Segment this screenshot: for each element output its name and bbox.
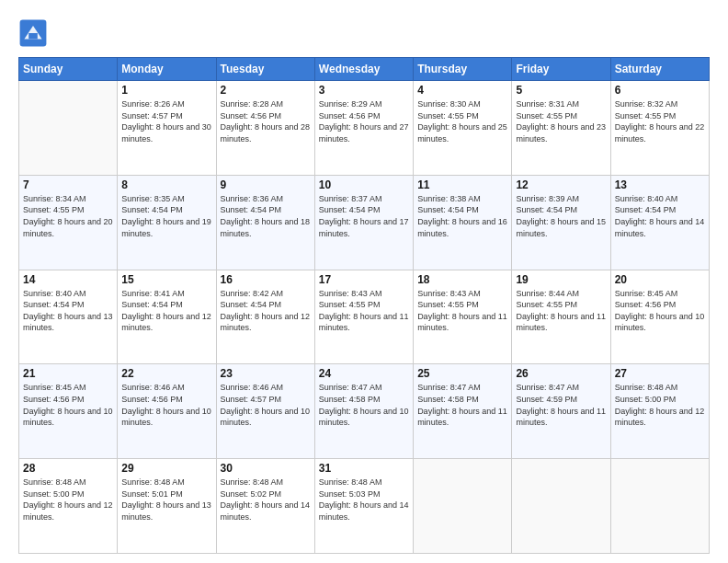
calendar-header-monday: Monday <box>118 58 216 81</box>
day-info: Sunrise: 8:43 AMSunset: 4:55 PMDaylight:… <box>417 288 507 334</box>
day-number: 4 <box>417 84 507 97</box>
day-info: Sunrise: 8:40 AMSunset: 4:54 PMDaylight:… <box>23 288 113 334</box>
day-number: 20 <box>615 273 705 286</box>
week-row-1: 1Sunrise: 8:26 AMSunset: 4:57 PMDaylight… <box>19 81 710 176</box>
day-number: 9 <box>221 178 311 191</box>
day-number: 12 <box>516 178 606 191</box>
day-number: 8 <box>121 178 211 191</box>
svg-rect-2 <box>28 33 38 39</box>
day-number: 29 <box>121 462 211 475</box>
calendar-cell: 11Sunrise: 8:38 AMSunset: 4:54 PMDayligh… <box>414 175 512 270</box>
calendar-header-saturday: Saturday <box>610 58 709 81</box>
calendar-cell: 19Sunrise: 8:44 AMSunset: 4:55 PMDayligh… <box>512 270 610 364</box>
day-info: Sunrise: 8:31 AMSunset: 4:55 PMDaylight:… <box>516 98 606 144</box>
logo-icon <box>18 18 48 48</box>
day-number: 11 <box>417 178 507 191</box>
calendar-cell: 13Sunrise: 8:40 AMSunset: 4:54 PMDayligh… <box>610 175 709 270</box>
day-info: Sunrise: 8:48 AMSunset: 5:02 PMDaylight:… <box>221 477 311 523</box>
calendar-cell: 4Sunrise: 8:30 AMSunset: 4:55 PMDaylight… <box>414 81 512 176</box>
day-info: Sunrise: 8:48 AMSunset: 5:00 PMDaylight:… <box>615 382 705 428</box>
week-row-2: 7Sunrise: 8:34 AMSunset: 4:55 PMDaylight… <box>19 175 710 270</box>
day-info: Sunrise: 8:43 AMSunset: 4:55 PMDaylight:… <box>319 288 409 334</box>
calendar-cell: 23Sunrise: 8:46 AMSunset: 4:57 PMDayligh… <box>216 364 314 459</box>
day-number: 3 <box>319 84 409 97</box>
day-info: Sunrise: 8:28 AMSunset: 4:56 PMDaylight:… <box>221 98 311 144</box>
week-row-5: 28Sunrise: 8:48 AMSunset: 5:00 PMDayligh… <box>19 459 710 554</box>
day-info: Sunrise: 8:39 AMSunset: 4:54 PMDaylight:… <box>516 193 606 239</box>
page: SundayMondayTuesdayWednesdayThursdayFrid… <box>0 0 728 563</box>
calendar-cell: 9Sunrise: 8:36 AMSunset: 4:54 PMDaylight… <box>216 175 314 270</box>
calendar-cell: 31Sunrise: 8:48 AMSunset: 5:03 PMDayligh… <box>314 459 413 554</box>
day-number: 2 <box>221 84 311 97</box>
day-info: Sunrise: 8:26 AMSunset: 4:57 PMDaylight:… <box>121 98 211 144</box>
day-number: 15 <box>121 273 211 286</box>
day-info: Sunrise: 8:45 AMSunset: 4:56 PMDaylight:… <box>23 382 113 428</box>
calendar-cell: 24Sunrise: 8:47 AMSunset: 4:58 PMDayligh… <box>314 364 413 459</box>
calendar-cell: 10Sunrise: 8:37 AMSunset: 4:54 PMDayligh… <box>314 175 413 270</box>
calendar-cell: 8Sunrise: 8:35 AMSunset: 4:54 PMDaylight… <box>118 175 216 270</box>
day-number: 31 <box>319 462 409 475</box>
day-number: 17 <box>319 273 409 286</box>
day-number: 7 <box>23 178 113 191</box>
day-info: Sunrise: 8:36 AMSunset: 4:54 PMDaylight:… <box>221 193 311 239</box>
calendar-cell: 1Sunrise: 8:26 AMSunset: 4:57 PMDaylight… <box>118 81 216 176</box>
calendar-header-sunday: Sunday <box>19 58 118 81</box>
calendar-cell <box>512 459 610 554</box>
week-row-4: 21Sunrise: 8:45 AMSunset: 4:56 PMDayligh… <box>19 364 710 459</box>
calendar-cell: 7Sunrise: 8:34 AMSunset: 4:55 PMDaylight… <box>19 175 118 270</box>
calendar-cell: 15Sunrise: 8:41 AMSunset: 4:54 PMDayligh… <box>118 270 216 364</box>
day-info: Sunrise: 8:32 AMSunset: 4:55 PMDaylight:… <box>615 98 705 144</box>
day-info: Sunrise: 8:35 AMSunset: 4:54 PMDaylight:… <box>121 193 211 239</box>
calendar-header-friday: Friday <box>512 58 610 81</box>
day-number: 19 <box>516 273 606 286</box>
day-number: 10 <box>319 178 409 191</box>
calendar-cell: 27Sunrise: 8:48 AMSunset: 5:00 PMDayligh… <box>610 364 709 459</box>
day-number: 14 <box>23 273 113 286</box>
calendar-header-wednesday: Wednesday <box>314 58 413 81</box>
day-number: 16 <box>221 273 311 286</box>
day-number: 26 <box>516 367 606 380</box>
day-number: 23 <box>221 367 311 380</box>
calendar-cell: 20Sunrise: 8:45 AMSunset: 4:56 PMDayligh… <box>610 270 709 364</box>
calendar-cell: 14Sunrise: 8:40 AMSunset: 4:54 PMDayligh… <box>19 270 118 364</box>
calendar-cell <box>610 459 709 554</box>
day-number: 24 <box>319 367 409 380</box>
day-info: Sunrise: 8:38 AMSunset: 4:54 PMDaylight:… <box>417 193 507 239</box>
day-number: 30 <box>221 462 311 475</box>
day-number: 28 <box>23 462 113 475</box>
day-info: Sunrise: 8:47 AMSunset: 4:58 PMDaylight:… <box>319 382 409 428</box>
day-number: 25 <box>417 367 507 380</box>
header <box>18 18 710 48</box>
day-info: Sunrise: 8:44 AMSunset: 4:55 PMDaylight:… <box>516 288 606 334</box>
calendar-cell <box>19 81 118 176</box>
calendar-header-tuesday: Tuesday <box>216 58 314 81</box>
calendar-cell: 6Sunrise: 8:32 AMSunset: 4:55 PMDaylight… <box>610 81 709 176</box>
calendar-cell: 12Sunrise: 8:39 AMSunset: 4:54 PMDayligh… <box>512 175 610 270</box>
day-number: 27 <box>615 367 705 380</box>
calendar-cell: 29Sunrise: 8:48 AMSunset: 5:01 PMDayligh… <box>118 459 216 554</box>
day-number: 5 <box>516 84 606 97</box>
day-info: Sunrise: 8:40 AMSunset: 4:54 PMDaylight:… <box>615 193 705 239</box>
day-number: 22 <box>121 367 211 380</box>
logo <box>18 18 53 48</box>
day-info: Sunrise: 8:46 AMSunset: 4:56 PMDaylight:… <box>121 382 211 428</box>
day-info: Sunrise: 8:45 AMSunset: 4:56 PMDaylight:… <box>615 288 705 334</box>
day-number: 21 <box>23 367 113 380</box>
day-info: Sunrise: 8:48 AMSunset: 5:00 PMDaylight:… <box>23 477 113 523</box>
day-info: Sunrise: 8:29 AMSunset: 4:56 PMDaylight:… <box>319 98 409 144</box>
calendar-cell: 2Sunrise: 8:28 AMSunset: 4:56 PMDaylight… <box>216 81 314 176</box>
calendar-cell: 22Sunrise: 8:46 AMSunset: 4:56 PMDayligh… <box>118 364 216 459</box>
calendar-cell <box>414 459 512 554</box>
calendar-cell: 21Sunrise: 8:45 AMSunset: 4:56 PMDayligh… <box>19 364 118 459</box>
day-info: Sunrise: 8:46 AMSunset: 4:57 PMDaylight:… <box>221 382 311 428</box>
day-info: Sunrise: 8:34 AMSunset: 4:55 PMDaylight:… <box>23 193 113 239</box>
calendar-cell: 5Sunrise: 8:31 AMSunset: 4:55 PMDaylight… <box>512 81 610 176</box>
day-info: Sunrise: 8:47 AMSunset: 4:58 PMDaylight:… <box>417 382 507 428</box>
calendar-table: SundayMondayTuesdayWednesdayThursdayFrid… <box>18 57 710 554</box>
calendar-cell: 30Sunrise: 8:48 AMSunset: 5:02 PMDayligh… <box>216 459 314 554</box>
day-info: Sunrise: 8:41 AMSunset: 4:54 PMDaylight:… <box>121 288 211 334</box>
day-number: 18 <box>417 273 507 286</box>
calendar-cell: 18Sunrise: 8:43 AMSunset: 4:55 PMDayligh… <box>414 270 512 364</box>
week-row-3: 14Sunrise: 8:40 AMSunset: 4:54 PMDayligh… <box>19 270 710 364</box>
day-info: Sunrise: 8:47 AMSunset: 4:59 PMDaylight:… <box>516 382 606 428</box>
